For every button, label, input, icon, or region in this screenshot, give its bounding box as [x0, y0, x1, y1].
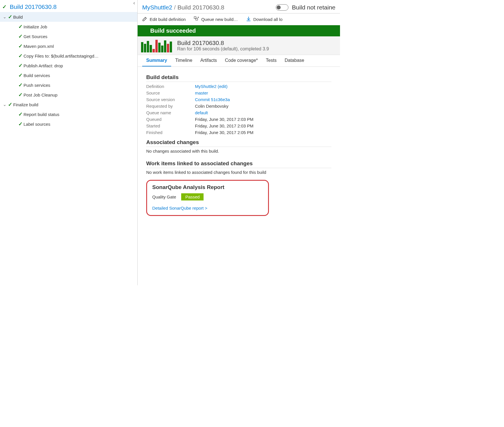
detail-key: Source — [146, 90, 195, 95]
sonar-report-box: SonarQube Analysis Report Quality Gate P… — [146, 180, 269, 216]
detail-row: Requested byColin Dembovsky — [146, 103, 331, 109]
tree-step[interactable]: ✓Get Sources — [0, 32, 137, 41]
tree-step[interactable]: ✓Report build status — [0, 109, 137, 119]
tab-timeline[interactable]: Timeline — [171, 55, 196, 66]
changes-heading: Associated changes — [146, 139, 331, 145]
detail-row: FinishedFriday, June 30, 2017 2:05 PM — [146, 129, 331, 136]
tree-step[interactable]: ✓Initialize Job — [0, 22, 137, 32]
tree-step[interactable]: ✓Build services — [0, 70, 137, 80]
tree-step[interactable]: ✓Copy Files to: $(build.artifactstagingd… — [0, 51, 137, 61]
queue-build-button[interactable]: Queue new build… — [194, 16, 238, 22]
histogram-bar — [170, 42, 172, 52]
tree-step[interactable]: ✓Label sources — [0, 119, 137, 129]
summary-subtitle: Ran for 106 seconds (default), completed… — [177, 46, 269, 52]
breadcrumb: MyShuttle2 / Build 20170630.8 Build not … — [138, 0, 340, 13]
detail-value: Friday, June 30, 2017 2:03 PM — [195, 123, 253, 128]
histogram-bar — [144, 44, 146, 52]
sonar-heading: SonarQube Analysis Report — [152, 184, 263, 190]
check-icon: ✓ — [17, 72, 24, 78]
detail-value[interactable]: MyShuttle2 (edit) — [195, 84, 227, 89]
workitems-heading: Work items linked to associated changes — [146, 160, 331, 167]
status-bar: Build succeeded — [138, 25, 340, 36]
check-icon: ✓ — [7, 101, 13, 108]
changes-text: No changes associated with this build. — [146, 147, 331, 157]
sonar-detail-link[interactable]: Detailed SonarQube report > — [152, 206, 263, 210]
detail-row: Source versionCommit 51c36e3a — [146, 96, 331, 103]
check-icon: ✓ — [7, 14, 13, 20]
tree-step[interactable]: ✓Post Job Cleanup — [0, 90, 137, 100]
detail-value[interactable]: master — [195, 90, 208, 95]
detail-key: Definition — [146, 84, 195, 89]
collapse-left-icon[interactable]: ‹ — [133, 0, 135, 6]
check-icon: ✓ — [17, 82, 24, 88]
histogram-bar — [158, 43, 161, 52]
tab-summary[interactable]: Summary — [142, 55, 171, 66]
queue-icon — [194, 16, 199, 22]
chevron-down-icon: ⌄ — [2, 102, 7, 107]
check-icon: ✓ — [1, 4, 7, 10]
histogram-bar — [164, 40, 166, 52]
histogram-bar — [155, 40, 158, 52]
summary-title: Build 20170630.8 — [177, 40, 269, 46]
check-icon: ✓ — [17, 121, 24, 127]
tree-group-finalize[interactable]: ⌄ ✓ Finalize build — [0, 100, 137, 109]
tree-step[interactable]: ✓Publish Artifact: drop — [0, 61, 137, 70]
tree-step[interactable]: ✓Maven pom.xml — [0, 41, 137, 51]
detail-key: Started — [146, 123, 195, 128]
tab-database[interactable]: Database — [281, 55, 308, 66]
check-icon: ✓ — [17, 23, 24, 30]
detail-row: QueuedFriday, June 30, 2017 2:03 PM — [146, 116, 331, 123]
detail-key: Queued — [146, 117, 195, 122]
detail-value: Colin Dembovsky — [195, 104, 228, 109]
build-histogram — [141, 39, 173, 52]
build-title-row[interactable]: ✓ Build 20170630.8 — [0, 0, 137, 12]
retain-toggle[interactable]: Build not retaine — [276, 4, 335, 11]
detail-key: Queue name — [146, 110, 195, 115]
histogram-bar — [141, 42, 143, 52]
check-icon: ✓ — [17, 43, 24, 49]
tab-artifacts[interactable]: Artifacts — [196, 55, 221, 66]
quality-gate-badge: Passed — [181, 193, 204, 200]
histogram-bar — [153, 49, 155, 52]
quality-gate-label: Quality Gate — [152, 194, 176, 199]
check-icon: ✓ — [17, 62, 24, 69]
detail-value: Friday, June 30, 2017 2:03 PM — [195, 117, 253, 122]
tab-coverage[interactable]: Code coverage* — [221, 55, 262, 66]
histogram-bar — [150, 45, 152, 52]
check-icon: ✓ — [17, 111, 24, 117]
build-steps-panel: ‹ ✓ Build 20170630.8 ⌄ ✓ Build ✓Initiali… — [0, 0, 138, 285]
tree-step[interactable]: ✓Push services — [0, 80, 137, 90]
edit-definition-button[interactable]: Edit build definition — [142, 16, 186, 22]
summary-header: Build 20170630.8 Ran for 106 seconds (de… — [138, 36, 340, 55]
build-details-heading: Build details — [146, 74, 331, 80]
actions-bar: Edit build definition Queue new build… D… — [138, 13, 340, 25]
toggle-switch[interactable] — [276, 4, 288, 11]
download-icon — [246, 16, 251, 22]
detail-key: Finished — [146, 130, 195, 135]
build-name: Build 20170630.8 — [177, 4, 224, 11]
workitems-text: No work items linked to associated chang… — [146, 168, 331, 178]
download-logs-button[interactable]: Download all lo — [246, 16, 283, 22]
pencil-icon — [142, 16, 147, 22]
detail-row: StartedFriday, June 30, 2017 2:03 PM — [146, 123, 331, 129]
check-icon: ✓ — [17, 33, 24, 40]
retain-label: Build not retaine — [292, 4, 335, 11]
tab-tests[interactable]: Tests — [262, 55, 280, 66]
build-title-text: Build 20170630.8 — [10, 3, 56, 10]
detail-row: Queue namedefault — [146, 109, 331, 116]
tabs-bar: Summary Timeline Artifacts Code coverage… — [138, 55, 340, 67]
histogram-bar — [161, 46, 163, 52]
detail-key: Source version — [146, 97, 195, 102]
detail-value[interactable]: default — [195, 110, 208, 115]
detail-row: Sourcemaster — [146, 90, 331, 96]
project-link[interactable]: MyShuttle2 — [142, 4, 172, 11]
build-details-table: DefinitionMyShuttle2 (edit)SourcemasterS… — [146, 82, 331, 136]
tree-group-build[interactable]: ⌄ ✓ Build — [0, 12, 137, 22]
detail-value[interactable]: Commit 51c36e3a — [195, 97, 230, 102]
check-icon: ✓ — [17, 92, 24, 98]
summary-content: Build details DefinitionMyShuttle2 (edit… — [138, 67, 340, 220]
histogram-bar — [147, 41, 149, 52]
detail-key: Requested by — [146, 104, 195, 109]
histogram-bar — [167, 44, 169, 52]
detail-row: DefinitionMyShuttle2 (edit) — [146, 83, 331, 90]
